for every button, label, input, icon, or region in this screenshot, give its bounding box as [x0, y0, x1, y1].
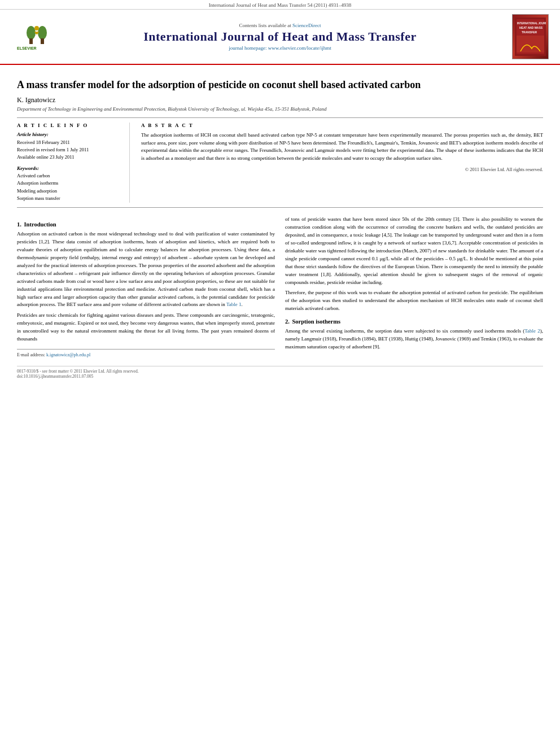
svg-point-1: [27, 26, 36, 40]
info-abstract-row: A R T I C L E I N F O Article history: R…: [17, 123, 543, 203]
journal-reference-bar: International Journal of Heat and Mass T…: [0, 0, 560, 10]
intro-para-1: Adsorption on activated carbon is the mo…: [17, 230, 275, 309]
svg-text:TRANSFER: TRANSFER: [522, 30, 537, 34]
keyword-2: Adsorption isotherms: [17, 180, 121, 187]
main-content: A mass transfer model for the adsorption…: [0, 65, 560, 390]
journal-header-center: Contents lists available at ScienceDirec…: [62, 23, 498, 51]
svg-rect-12: [517, 36, 544, 53]
body-left-col: 1. Introduction Adsorption on activated …: [17, 216, 275, 358]
contents-available-line: Contents lists available at ScienceDirec…: [62, 23, 498, 28]
elsevier-logo-container: ELSEVIER: [11, 21, 62, 53]
keywords-label: Keywords:: [17, 165, 121, 171]
svg-rect-3: [29, 38, 33, 44]
keyword-1: Activated carbon: [17, 172, 121, 180]
intro-heading-num: 1.: [17, 221, 21, 228]
table1-link[interactable]: Table 1: [226, 302, 242, 307]
keyword-4: Sorption mass transfer: [17, 195, 121, 203]
homepage-link[interactable]: journal homepage: www.elsevier.com/locat…: [229, 45, 331, 51]
journal-reference-text: International Journal of Heat and Mass T…: [209, 2, 351, 8]
divider-body: [17, 207, 543, 208]
sorption-heading-num: 2.: [285, 318, 290, 325]
intro-para-2: Pesticides are toxic chemicals for fight…: [17, 312, 275, 343]
abstract-label: A B S T R A C T: [141, 123, 543, 128]
right-para-2: Therefore, the purpose of this work was …: [285, 289, 543, 313]
available-date: Available online 23 July 2011: [17, 154, 121, 161]
sorption-heading-text: Sorption isotherms: [292, 318, 340, 325]
intro-heading: 1. Introduction: [17, 221, 275, 228]
received-date: Received 18 February 2011: [17, 139, 121, 146]
journal-header: ELSEVIER Contents lists available at Sci…: [0, 10, 560, 65]
svg-point-2: [38, 26, 47, 40]
cover-image: INTERNATIONAL JOURNAL OF HEAT AND MASS T…: [515, 18, 546, 56]
email-link[interactable]: k.ignatowicz@pb.edu.pl: [46, 352, 90, 357]
authors: K. Ignatowicz: [17, 96, 543, 104]
email-label: E-mail address:: [17, 352, 45, 357]
copyright-line: © 2011 Elsevier Ltd. All rights reserved…: [141, 167, 543, 172]
footer-line-2: doi:10.1016/j.ijheatmasstransfer.2011.07…: [17, 374, 543, 379]
history-label: Article history:: [17, 132, 121, 137]
svg-text:HEAT AND MASS: HEAT AND MASS: [519, 26, 543, 29]
sorption-heading: 2. Sorption isotherms: [285, 318, 543, 325]
journal-cover-container: INTERNATIONAL JOURNAL OF HEAT AND MASS T…: [498, 14, 549, 59]
keyword-3: Modeling adsorption: [17, 187, 121, 195]
right-para-1: of tons of pesticide wastes that have be…: [285, 216, 543, 286]
homepage-line: journal homepage: www.elsevier.com/locat…: [62, 45, 498, 51]
svg-point-5: [34, 26, 39, 30]
affiliation: Department of Technology in Engineering …: [17, 106, 543, 112]
divider-top: [17, 117, 543, 118]
journal-cover-thumbnail: INTERNATIONAL JOURNAL OF HEAT AND MASS T…: [512, 14, 549, 59]
sorption-para: Among the several existing isotherms, th…: [285, 327, 543, 351]
footnote-bar: E-mail address: k.ignatowicz@pb.edu.pl: [17, 349, 275, 358]
table2-link[interactable]: Table 2: [524, 328, 540, 334]
footer-bar: 0017-9310/$ - see front matter © 2011 El…: [17, 366, 543, 379]
journal-title: International Journal of Heat and Mass T…: [62, 29, 498, 44]
contents-label: Contents lists available at: [239, 23, 291, 28]
elsevier-logo: ELSEVIER: [14, 21, 59, 53]
body-content: 1. Introduction Adsorption on activated …: [17, 216, 543, 358]
footer-line-1: 0017-9310/$ - see front matter © 2011 El…: [17, 369, 543, 374]
svg-text:ELSEVIER: ELSEVIER: [17, 46, 37, 50]
footnote-email: E-mail address: k.ignatowicz@pb.edu.pl: [17, 352, 275, 358]
revised-date: Received in revised form 1 July 2011: [17, 146, 121, 154]
article-info-panel: A R T I C L E I N F O Article history: R…: [17, 123, 130, 203]
article-info-label: A R T I C L E I N F O: [17, 123, 121, 128]
abstract-panel: A B S T R A C T The adsorption isotherms…: [141, 123, 543, 203]
sciencedirect-link[interactable]: ScienceDirect: [292, 23, 321, 28]
abstract-text: The adsorption isotherms of HCH on cocon…: [141, 132, 543, 162]
intro-heading-text: Introduction: [24, 221, 56, 228]
article-title: A mass transfer model for the adsorption…: [17, 78, 543, 91]
body-right-col: of tons of pesticide wastes that have be…: [285, 216, 543, 358]
svg-text:INTERNATIONAL JOURNAL OF: INTERNATIONAL JOURNAL OF: [517, 22, 546, 25]
svg-rect-4: [41, 38, 44, 44]
